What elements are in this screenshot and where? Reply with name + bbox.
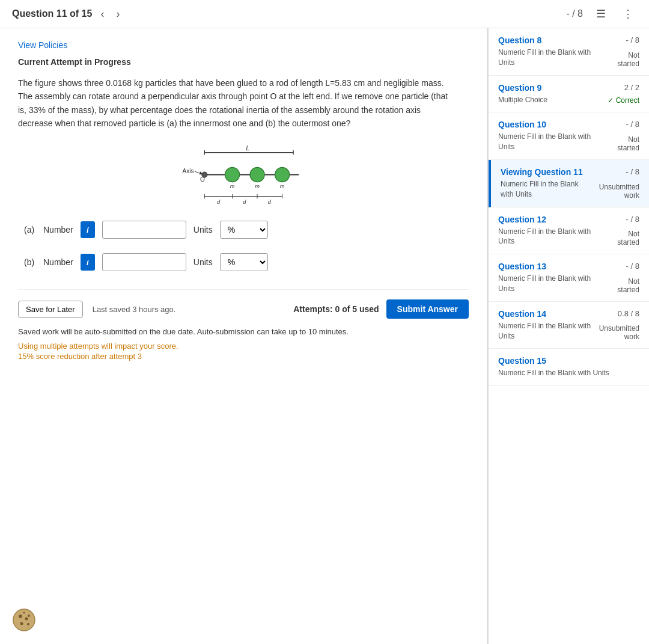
list-icon-button[interactable]: ☰ [593, 6, 609, 22]
cookie-icon[interactable] [12, 608, 36, 632]
score-reduction: 15% score reduction after attempt 3 [18, 352, 469, 361]
svg-point-31 [23, 612, 25, 614]
svg-point-28 [20, 622, 23, 625]
auto-submit-note: Saved work will be auto-submitted on the… [18, 326, 469, 338]
sidebar-q-title-q14: Question 14 [498, 309, 546, 319]
prev-question-button[interactable]: ‹ [97, 7, 108, 22]
svg-line-24 [195, 171, 201, 174]
sidebar-q-title-q10: Question 10 [498, 120, 546, 129]
sidebar-item-q14[interactable]: Question 140.8 / 8Numeric Fill in the Bl… [489, 302, 649, 349]
svg-point-9 [250, 167, 264, 182]
svg-text:m: m [230, 183, 235, 189]
sidebar-status-q11: Unsubmitted work [592, 183, 639, 200]
part-a-label: (a) [24, 225, 36, 235]
sidebar-q-type-q14: Numeric Fill in the Blank with Units [498, 321, 591, 342]
sidebar-status-q14: Unsubmitted work [591, 324, 639, 341]
question-progress-label: Question 11 of 15 [12, 8, 92, 19]
attempts-section: Attempts: 0 of 5 used Submit Answer [293, 299, 469, 319]
svg-text:d: d [268, 198, 272, 204]
sidebar-q-type-q11: Numeric Fill in the Blank with Units [501, 179, 592, 200]
sidebar-q-title-q11: Viewing Question 11 [501, 167, 583, 177]
svg-text:d: d [217, 198, 221, 204]
part-a-units-label: Units [193, 225, 213, 235]
sidebar-q-type-q15: Numeric Fill in the Blank with Units [498, 368, 609, 378]
part-b-units-label: Units [193, 257, 213, 267]
part-b-info-button[interactable]: i [81, 254, 95, 271]
sidebar-item-q11[interactable]: Viewing Question 11- / 8Numeric Fill in … [489, 160, 649, 207]
more-options-button[interactable]: ⋮ [619, 6, 637, 22]
current-attempt-label: Current Attempt in Progress [18, 57, 469, 67]
question-text: The figure shows three 0.0168 kg particl… [18, 76, 451, 130]
sidebar-status-q10: Not started [605, 135, 639, 152]
bottom-section: Save for Later Last saved 3 hours ago. A… [18, 289, 469, 361]
sidebar-q-title-q15: Question 15 [498, 356, 546, 366]
submit-answer-button[interactable]: Submit Answer [386, 299, 469, 319]
sidebar-score-q11: - / 8 [626, 167, 639, 176]
svg-point-30 [28, 615, 30, 617]
sidebar-item-q13[interactable]: Question 13- / 8Numeric Fill in the Blan… [489, 254, 649, 302]
sidebar-item-q15[interactable]: Question 15Numeric Fill in the Blank wit… [489, 349, 649, 386]
sidebar-item-q10[interactable]: Question 10- / 8Numeric Fill in the Blan… [489, 112, 649, 160]
sidebar-q-type-q13: Numeric Fill in the Blank with Units [498, 274, 605, 294]
sidebar-score-q14: 0.8 / 8 [618, 309, 639, 318]
top-header: Question 11 of 15 ‹ › - / 8 ☰ ⋮ [0, 0, 649, 28]
content-area: View Policies Current Attempt in Progres… [0, 28, 487, 644]
part-b-label: (b) [24, 257, 36, 267]
main-container: View Policies Current Attempt in Progres… [0, 28, 649, 644]
part-b-units-select[interactable]: % rad kg m [220, 253, 268, 271]
sidebar-status-q12: Not started [605, 230, 639, 247]
list-icon: ☰ [596, 8, 606, 20]
part-a-units-select[interactable]: % rad kg m [220, 221, 268, 239]
sidebar-score-q13: - / 8 [626, 262, 639, 271]
svg-point-29 [27, 623, 29, 625]
svg-point-8 [225, 167, 240, 182]
part-a-row: (a) Number i Units % rad kg m [18, 221, 469, 239]
sidebar: Question 8- / 8Numeric Fill in the Blank… [487, 28, 649, 644]
save-row: Save for Later Last saved 3 hours ago. A… [18, 299, 469, 319]
sidebar-q-title-q8: Question 8 [498, 35, 541, 45]
svg-point-7 [202, 171, 207, 177]
save-for-later-button[interactable]: Save for Later [18, 301, 83, 318]
part-b-number-label: Number [43, 257, 73, 267]
svg-text:Axis: Axis [182, 167, 193, 174]
svg-text:m: m [255, 183, 260, 189]
sidebar-q-type-q10: Numeric Fill in the Blank with Units [498, 132, 605, 152]
sidebar-q-title-q9: Question 9 [498, 83, 541, 93]
svg-point-10 [275, 167, 290, 182]
part-a-info-button[interactable]: i [81, 221, 95, 238]
sidebar-item-q9[interactable]: Question 92 / 2Multiple Choice✓ Correct [489, 76, 649, 113]
part-a-number-label: Number [43, 225, 73, 235]
sidebar-q-type-q12: Numeric Fill in the Blank with Units [498, 227, 605, 247]
score-section: - / 8 ☰ ⋮ [566, 6, 637, 22]
part-b-row: (b) Number i Units % rad kg m [18, 253, 469, 271]
sidebar-q-title-q13: Question 13 [498, 262, 546, 271]
sidebar-score-q9: 2 / 2 [624, 83, 639, 92]
svg-point-26 [19, 615, 22, 618]
part-a-number-input[interactable] [102, 221, 186, 239]
part-b-number-input[interactable] [102, 253, 186, 271]
sidebar-status-q9: ✓ Correct [608, 96, 639, 105]
question-nav: Question 11 of 15 ‹ › [12, 7, 123, 22]
sidebar-item-q8[interactable]: Question 8- / 8Numeric Fill in the Blank… [489, 28, 649, 76]
sidebar-score-q10: - / 8 [626, 120, 639, 129]
attempts-text: Attempts: 0 of 5 used [293, 304, 379, 314]
sidebar-q-title-q12: Question 12 [498, 215, 546, 224]
more-icon: ⋮ [623, 8, 633, 20]
last-saved-text: Last saved 3 hours ago. [93, 305, 176, 314]
svg-point-27 [25, 618, 28, 621]
score-warning: Using multiple attempts will impact your… [18, 340, 469, 352]
score-display: - / 8 [566, 8, 583, 19]
svg-text:d: d [243, 198, 246, 204]
svg-text:m: m [280, 183, 285, 189]
sidebar-status-q8: Not started [605, 51, 639, 68]
sidebar-score-q12: - / 8 [626, 215, 639, 224]
sidebar-score-q8: - / 8 [626, 35, 639, 44]
figure-container: L Axis O m m m [18, 143, 469, 209]
view-policies-link[interactable]: View Policies [18, 40, 67, 50]
sidebar-q-type-q8: Numeric Fill in the Blank with Units [498, 48, 605, 68]
next-question-button[interactable]: › [112, 7, 123, 22]
sidebar-q-type-q9: Multiple Choice [498, 95, 547, 105]
svg-text:L: L [246, 144, 249, 151]
sidebar-item-q12[interactable]: Question 12- / 8Numeric Fill in the Blan… [489, 207, 649, 255]
sidebar-status-q13: Not started [605, 277, 639, 294]
